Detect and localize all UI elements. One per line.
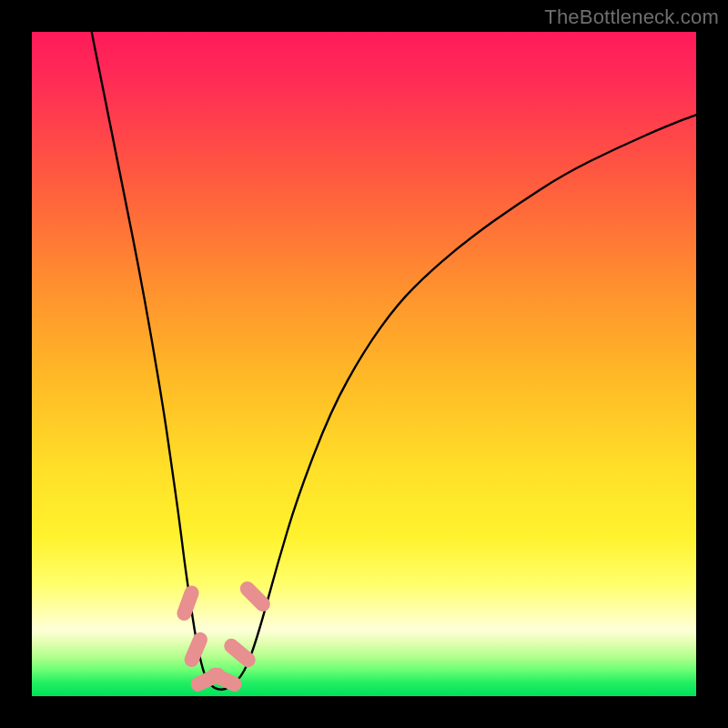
curve-marker — [182, 630, 209, 669]
svg-rect-1 — [182, 630, 209, 669]
chart-frame: TheBottleneck.com — [0, 0, 728, 728]
curve-layer — [32, 32, 696, 696]
svg-rect-0 — [175, 583, 201, 622]
watermark-text: TheBottleneck.com — [544, 5, 719, 29]
bottleneck-curve — [92, 32, 696, 690]
curve-marker — [175, 583, 201, 622]
plot-area — [32, 32, 696, 696]
